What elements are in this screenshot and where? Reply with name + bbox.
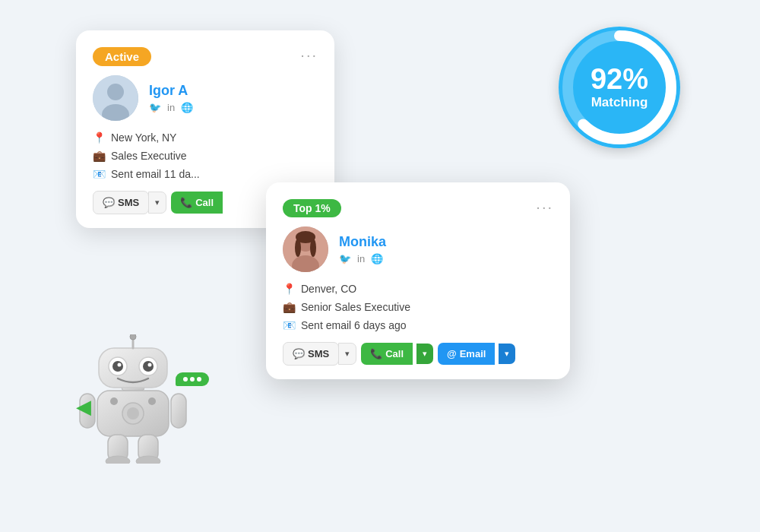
monika-location-icon: 📍	[283, 283, 295, 295]
monika-call-dropdown[interactable]: ▾	[416, 344, 433, 364]
matching-percent: 92%	[591, 65, 648, 93]
igor-role: Sales Executive	[111, 150, 187, 162]
monika-sms-icon: 💬	[293, 348, 305, 359]
monika-avatar	[283, 226, 328, 272]
card-igor-header: Active ···	[93, 47, 318, 75]
svg-point-32	[136, 456, 160, 464]
monika-contact-row: Monika 🐦 in 🌐	[283, 226, 553, 272]
svg-point-1	[107, 84, 124, 100]
igor-name: Igor A	[149, 83, 193, 99]
igor-social: 🐦 in 🌐	[149, 102, 193, 113]
igor-role-row: 💼 Sales Executive	[93, 150, 318, 162]
matching-circle: 92% Matching	[547, 15, 692, 160]
card-monika-header: Top 1% ···	[283, 199, 553, 226]
svg-point-18	[112, 361, 123, 372]
robot-svg	[76, 334, 190, 464]
igor-email-icon: 📧	[93, 168, 105, 180]
monika-location: Denver, CO	[301, 283, 356, 295]
svg-point-26	[148, 397, 156, 405]
igor-twitter-icon[interactable]: 🐦	[149, 102, 161, 113]
svg-point-20	[118, 363, 122, 367]
igor-linkedin-icon[interactable]: in	[167, 102, 175, 113]
monika-sms-label: SMS	[308, 348, 329, 359]
monika-info: Monika 🐦 in 🌐	[339, 234, 386, 264]
svg-point-19	[143, 361, 154, 372]
svg-rect-28	[171, 394, 186, 428]
igor-menu-button[interactable]: ···	[300, 47, 318, 62]
monika-briefcase-icon: 💼	[283, 301, 295, 313]
igor-location-row: 📍 New York, NY	[93, 131, 318, 144]
monika-location-row: 📍 Denver, CO	[283, 283, 553, 295]
monika-call-label: Call	[385, 348, 404, 359]
igor-sms-label: SMS	[118, 197, 139, 208]
active-badge: Active	[93, 47, 151, 66]
monika-email-icon: 📧	[283, 319, 295, 331]
svg-point-31	[106, 456, 130, 464]
card-monika: Top 1% ··· Monika 🐦 in	[266, 182, 570, 379]
monika-email-button[interactable]: @ Email	[438, 343, 495, 365]
svg-point-25	[110, 397, 118, 405]
main-scene: Active ··· Igor A 🐦 in 🌐	[0, 0, 760, 532]
robot-arrow-icon: ◀	[76, 395, 91, 419]
igor-call-icon: 📞	[180, 197, 192, 208]
monika-social: 🐦 in 🌐	[339, 253, 386, 264]
robot-container: ◀	[76, 334, 213, 486]
monika-call-button[interactable]: 📞 Call	[361, 343, 413, 365]
monika-name: Monika	[339, 234, 386, 250]
matching-svg-container: 92% Matching	[547, 15, 692, 160]
chat-dot-2	[190, 377, 195, 382]
igor-activity: Sent email 11 da...	[111, 168, 200, 180]
chat-dot-1	[183, 377, 188, 382]
monika-activity: Sent email 6 days ago	[301, 319, 407, 331]
igor-briefcase-icon: 💼	[93, 150, 105, 162]
monika-role: Senior Sales Executive	[301, 301, 410, 313]
monika-globe-icon[interactable]: 🌐	[371, 253, 383, 264]
monika-activity-row: 📧 Sent email 6 days ago	[283, 319, 553, 331]
monika-email-label: Email	[460, 348, 486, 359]
monika-email-dropdown[interactable]: ▾	[499, 344, 515, 364]
monika-linkedin-icon[interactable]: in	[357, 253, 365, 264]
svg-point-21	[148, 363, 152, 367]
igor-activity-row: 📧 Sent email 11 da...	[93, 168, 318, 180]
monika-twitter-icon[interactable]: 🐦	[339, 253, 351, 264]
monika-sms-dropdown[interactable]: ▾	[338, 343, 356, 365]
igor-sms-dropdown[interactable]: ▾	[148, 192, 166, 214]
igor-sms-icon: 💬	[103, 197, 115, 208]
monika-sms-button[interactable]: 💬 SMS	[283, 342, 339, 366]
igor-call-button[interactable]: 📞 Call	[171, 192, 223, 214]
igor-location-icon: 📍	[93, 131, 105, 144]
igor-call-label: Call	[195, 197, 214, 208]
igor-contact-row: Igor A 🐦 in 🌐	[93, 75, 318, 121]
matching-label: Matching	[591, 95, 648, 110]
monika-call-icon: 📞	[370, 348, 382, 359]
monika-actions: 💬 SMS ▾ 📞 Call ▾ @ Email ▾	[283, 342, 553, 366]
svg-point-11	[310, 239, 316, 257]
monika-role-row: 💼 Senior Sales Executive	[283, 301, 553, 313]
igor-info: Igor A 🐦 in 🌐	[149, 83, 193, 113]
matching-text: 92% Matching	[591, 65, 648, 110]
igor-sms-button[interactable]: 💬 SMS	[93, 191, 149, 214]
top-badge: Top 1%	[283, 199, 341, 217]
svg-point-24	[127, 407, 139, 420]
svg-point-10	[295, 239, 301, 257]
igor-location: New York, NY	[111, 131, 176, 144]
igor-avatar	[93, 75, 138, 121]
monika-email-at-icon: @	[447, 348, 457, 359]
robot-chat-bubble	[176, 372, 209, 386]
igor-globe-icon[interactable]: 🌐	[181, 102, 193, 113]
chat-dot-3	[197, 377, 201, 382]
monika-menu-button[interactable]: ···	[536, 199, 553, 214]
svg-point-15	[130, 334, 136, 340]
